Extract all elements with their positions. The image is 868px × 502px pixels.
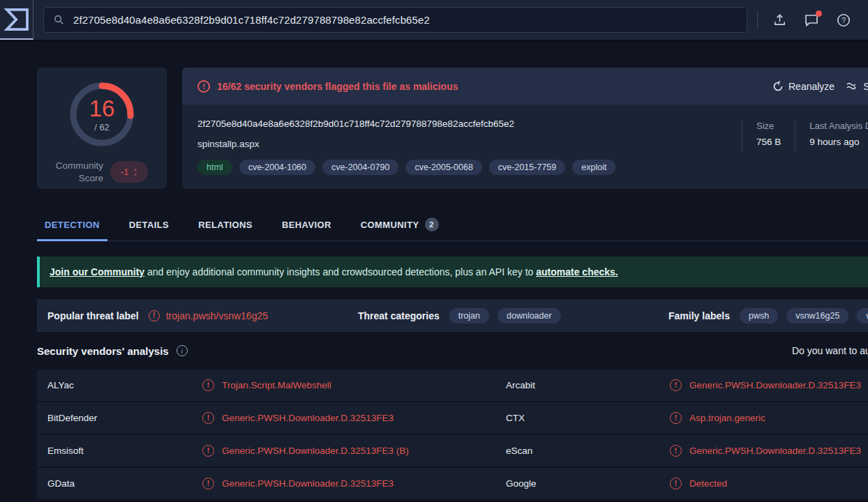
similar-icon [846,82,858,91]
detection-alert-icon: ! [202,445,214,457]
detection-alert-icon: ! [670,478,682,489]
popular-threat-value[interactable]: trojan.pwsh/vsnw16g25 [166,310,268,321]
join-community-link[interactable]: Join our Community [50,266,144,277]
tag[interactable]: cve-2015-7759 [489,160,565,175]
vendors-table: ALYac ! Trojan.Script.MalWebshell Arcabi… [37,370,868,499]
table-row: ALYac ! Trojan.Script.MalWebshell Arcabi… [37,370,868,401]
family-label-pill[interactable]: pwsh [740,308,778,324]
search-value[interactable]: 2f2705e8d40a4e8a6e6328f2b9d01c718ff4c72d… [73,14,430,26]
topbar-divider [757,11,758,29]
hero-section: 16 / 62 Community Score -1 ▲ ▼ ! 16/62 s… [37,68,868,189]
reanalyze-icon [772,81,784,92]
tab-relations[interactable]: RELATIONS [190,207,260,241]
reanalyze-button[interactable]: Reanalyze [772,81,835,92]
table-row: BitDefender ! Generic.PWSH.Downloader.D.… [37,402,868,434]
vendor-name: Google [506,478,670,489]
analysis-header: Security vendors' analysis i Do you want… [37,332,868,370]
file-summary-card: ! 16/62 security vendors flagged this fi… [182,68,868,189]
detection-result: ! Generic.PWSH.Downloader.D.32513FE3 (B) [202,445,506,457]
vendor-name: Arcabit [506,380,670,390]
table-row: GData ! Generic.PWSH.Downloader.D.32513F… [37,468,868,499]
detection-total: / 62 [94,122,110,132]
threat-categories-group: Threat categories trojan downloader [358,299,561,332]
detection-result: ! Generic.PWSH.Downloader.D.32513FE3 [670,445,868,457]
threat-category-pill[interactable]: downloader [497,308,561,324]
similar-button[interactable]: Similar [846,81,868,92]
detection-alert-icon: ! [670,445,682,457]
search-input[interactable]: 2f2705e8d40a4e8a6e6328f2b9d01c718ff4c72d… [43,7,747,33]
vote-steppers[interactable]: ▲ ▼ [133,167,137,177]
detection-result: ! Asp.trojan.generic [670,412,868,424]
detection-score: 16 [89,97,115,120]
tag[interactable]: cve-2004-1060 [239,160,315,175]
threat-categories-label: Threat categories [358,310,440,321]
threat-category-pill[interactable]: trojan [449,308,489,324]
threat-alert-icon: ! [149,310,160,321]
file-meta: Size 756 B Last Analysis Date 9 hours ag… [742,121,868,151]
last-analysis: Last Analysis Date 9 hours ago [795,121,868,151]
banner-text: and enjoy additional community insights … [144,266,536,277]
vote-up-icon[interactable]: ▲ [133,167,137,172]
detection-result: ! Generic.PWSH.Downloader.D.32513FE3 [202,412,506,424]
topbar-actions: ? [757,11,868,29]
tag[interactable]: cve-2005-0068 [405,160,481,175]
family-label-pill[interactable]: vsnw16g25 [786,308,848,324]
vendor-name: eScan [506,446,670,456]
tab-behavior[interactable]: BEHAVIOR [274,207,339,241]
tab-community[interactable]: COMMUNITY 2 [353,207,447,241]
detection-result: ! Generic.PWSH.Downloader.D.32513FE3 [202,478,506,489]
community-score-pill[interactable]: -1 ▲ ▼ [110,161,148,183]
detection-result: ! Generic.PWSH.Downloader.D.32513FE3 [670,379,868,391]
tab-detection[interactable]: DETECTION [37,207,107,241]
community-count-badge: 2 [425,218,439,231]
analysis-title: Security vendors' analysis [37,345,169,357]
automate-checks-link[interactable]: automate checks. [536,266,618,277]
detection-score-card: 16 / 62 Community Score -1 ▲ ▼ [37,68,167,189]
family-labels-group: Family labels pwsh vsnw16g25 webshell [668,299,868,332]
file-size-value: 756 B [756,137,781,147]
virustotal-logo-icon [3,6,31,33]
vendor-name: GData [37,478,202,489]
detection-result: ! Detected [670,478,868,489]
detection-alert-icon: ! [202,379,214,391]
virustotal-logo[interactable] [0,0,33,40]
family-label-pill[interactable]: webshell [857,308,868,324]
popular-threat-label-group: Popular threat label ! trojan.pwsh/vsnw1… [47,299,268,332]
file-tags: html cve-2004-1060 cve-2004-0790 cve-200… [197,160,868,175]
vote-down-icon[interactable]: ▼ [133,172,137,178]
popular-threat-label: Popular threat label [47,310,139,321]
detection-alert-icon: ! [202,478,214,489]
detection-alert-icon: ! [670,412,682,424]
popular-threat-row: Popular threat label ! trojan.pwsh/vsnw1… [37,299,868,332]
info-icon[interactable]: i [177,345,188,356]
tag[interactable]: exploit [572,160,615,175]
vendor-name: BitDefender [37,413,202,423]
alert-icon: ! [197,80,210,93]
vendor-name: ALYac [37,380,202,390]
detection-result: ! Trojan.Script.MalWebshell [202,379,506,391]
upload-icon[interactable] [772,13,787,28]
last-analysis-value[interactable]: 9 hours ago [809,137,868,147]
tag[interactable]: cve-2004-0790 [322,160,398,175]
file-actions: Reanalyze Similar [772,68,868,105]
community-score: Community Score -1 ▲ ▼ [56,160,148,184]
detection-alert-icon: ! [202,412,214,424]
search-icon [54,15,64,25]
malicious-alert-text: 16/62 security vendors flagged this file… [217,81,458,92]
tab-bar: DETECTION DETAILS RELATIONS BEHAVIOR COM… [37,207,868,241]
vendor-name: CTX [506,413,670,423]
automate-checks-prompt[interactable]: Do you want to automate checks? [792,345,868,356]
help-icon[interactable]: ? [836,13,851,28]
notification-dot [816,10,822,17]
top-bar: 2f2705e8d40a4e8a6e6328f2b9d01c718ff4c72d… [0,0,868,42]
tab-details[interactable]: DETAILS [121,207,177,241]
tag-filetype[interactable]: html [197,160,232,175]
community-score-value: -1 [121,167,129,177]
detection-score-donut: 16 / 62 [65,77,139,151]
detection-alert-icon: ! [670,379,682,391]
community-score-label: Community Score [56,160,103,184]
file-size: Size 756 B [742,121,795,151]
family-labels-label: Family labels [668,310,730,321]
table-row: Emsisoft ! Generic.PWSH.Downloader.D.325… [37,435,868,466]
feedback-icon[interactable] [804,13,819,28]
